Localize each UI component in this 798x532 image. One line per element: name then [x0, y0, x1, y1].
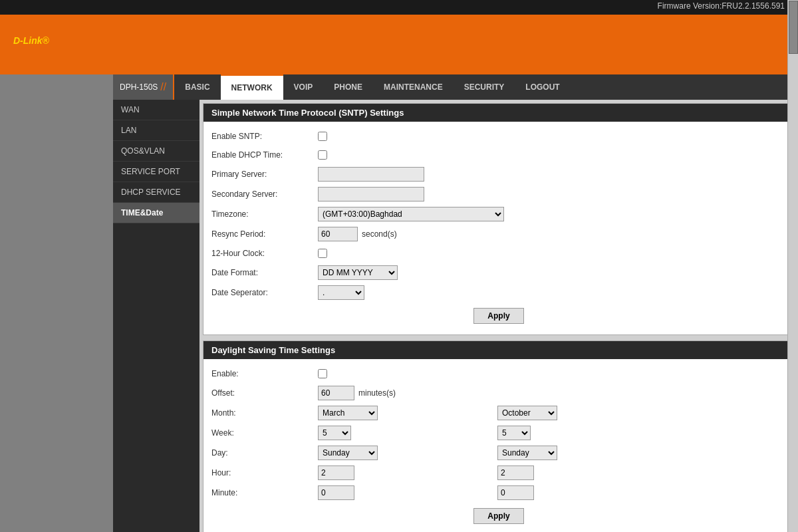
dst-end-day-select[interactable]: Sunday — [497, 446, 557, 460]
sntp-section: Simple Network Time Protocol (SNTP) Sett… — [203, 103, 795, 335]
enable-dhcp-label: Enable DHCP Time: — [211, 150, 318, 160]
dst-end-hour-input[interactable] — [497, 466, 534, 480]
sidebar-item-dhcp-service[interactable]: DHCP SERVICE — [113, 182, 200, 203]
date-format-select[interactable]: DD MM YYYY — [318, 265, 398, 280]
dst-end-minute-input[interactable] — [497, 485, 534, 500]
sidebar-item-qos-vlan[interactable]: QOS&VLAN — [113, 141, 200, 162]
sidebar-item-lan[interactable]: LAN — [113, 120, 200, 141]
dst-end-week-select[interactable]: 5 — [497, 426, 531, 440]
sidebar-item-service-port[interactable]: SERVICE PORT — [113, 162, 200, 182]
timezone-select[interactable]: (GMT+03:00)Baghdad — [318, 207, 504, 221]
resync-units: second(s) — [362, 229, 397, 239]
sntp-section-header: Simple Network Time Protocol (SNTP) Sett… — [203, 104, 794, 122]
sntp-apply-button[interactable]: Apply — [473, 308, 523, 324]
dst-start-hour-input[interactable] — [318, 466, 354, 480]
dst-start-month-select[interactable]: March — [318, 406, 378, 420]
dst-offset-label: Offset: — [211, 388, 318, 398]
tab-security[interactable]: SECURITY — [454, 74, 515, 100]
dst-minute-label: Minute: — [211, 488, 318, 497]
resync-period-input[interactable] — [318, 227, 358, 241]
dst-enable-label: Enable: — [211, 369, 318, 378]
dst-offset-input[interactable] — [318, 386, 354, 400]
dst-month-label: Month: — [211, 408, 318, 418]
dst-apply-button[interactable]: Apply — [473, 508, 523, 524]
tab-maintenance[interactable]: MAINTENANCE — [373, 74, 454, 100]
dst-start-day-select[interactable]: Sunday — [318, 446, 378, 460]
enable-dhcp-checkbox[interactable] — [318, 150, 327, 160]
resync-period-label: Resync Period: — [211, 229, 318, 239]
date-format-label: Date Format: — [211, 268, 318, 277]
scrollbar[interactable] — [787, 0, 798, 532]
dst-offset-units: minutes(s) — [358, 388, 396, 398]
timezone-label: Timezone: — [211, 209, 318, 219]
trademark: ® — [43, 35, 49, 46]
tab-basic[interactable]: BASIC — [174, 74, 220, 100]
dst-hour-label: Hour: — [211, 468, 318, 477]
enable-sntp-label: Enable SNTP: — [211, 132, 318, 141]
dst-day-label: Day: — [211, 448, 318, 458]
date-separator-label: Date Seperator: — [211, 288, 318, 297]
primary-server-label: Primary Server: — [211, 170, 318, 179]
dst-section-header: Daylight Saving Time Settings — [203, 341, 794, 359]
brand-name: D-Link — [13, 35, 43, 46]
dst-enable-checkbox[interactable] — [318, 369, 327, 378]
logo: D-Link® — [13, 31, 49, 59]
firmware-version: Firmware Version:FRU2.2.1556.591 — [658, 1, 785, 11]
dst-start-minute-input[interactable] — [318, 485, 354, 500]
dst-week-label: Week: — [211, 428, 318, 438]
tab-phone[interactable]: PHONE — [323, 74, 373, 100]
sidebar-item-time-date[interactable]: TIME&Date — [113, 203, 200, 223]
tab-network[interactable]: NETWORK — [221, 74, 283, 100]
dst-start-week-select[interactable]: 5 — [318, 426, 351, 440]
device-label: DPH-150S // — [113, 74, 174, 100]
scrollbar-thumb[interactable] — [789, 1, 798, 54]
primary-server-input[interactable] — [318, 167, 424, 182]
twelve-hour-label: 12-Hour Clock: — [211, 249, 318, 258]
secondary-server-label: Secondary Server: — [211, 190, 318, 199]
enable-sntp-checkbox[interactable] — [318, 132, 327, 141]
sidebar-item-wan[interactable]: WAN — [113, 100, 200, 120]
date-separator-select[interactable]: . — [318, 285, 364, 300]
secondary-server-input[interactable] — [318, 187, 424, 201]
twelve-hour-checkbox[interactable] — [318, 249, 327, 258]
dst-end-month-select[interactable]: October — [497, 406, 557, 420]
tab-logout[interactable]: LOGOUT — [515, 74, 570, 100]
tab-voip[interactable]: VOIP — [283, 74, 324, 100]
dst-section: Daylight Saving Time Settings Enable: Of… — [203, 340, 795, 532]
